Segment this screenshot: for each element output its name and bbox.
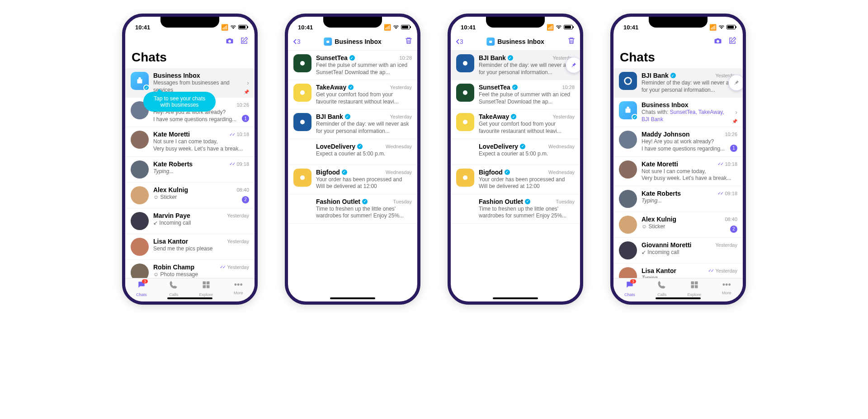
battery-icon [564, 25, 573, 29]
read-checkmarks-icon: ✓✓ [708, 268, 713, 273]
chat-row[interactable]: Kate Moretti✓✓10:18Not sure I can come t… [613, 157, 743, 186]
tab-explore[interactable]: Explore [678, 280, 711, 297]
svg-point-17 [463, 175, 467, 180]
chat-time: Yesterday [227, 213, 249, 218]
chat-time: 10:18 [725, 161, 737, 167]
chat-time: 10:28 [562, 85, 575, 90]
chat-row[interactable]: Giovanni MorettiYesterday↙ Incoming call [613, 238, 743, 264]
chat-row[interactable]: 2Alex Kulnig08:40☺ Sticker [125, 183, 255, 208]
chat-row[interactable]: Kate Moretti✓✓10:18Not sure I can come t… [125, 127, 255, 156]
business-list[interactable]: SunsetTea✓10:28Feel the pulse of summer … [288, 51, 417, 301]
wifi-icon [718, 24, 725, 31]
business-row[interactable]: Bigfood✓WednesdayYour order has been pro… [451, 165, 580, 194]
notch [649, 17, 708, 28]
tab-chats[interactable]: 3 Chats [125, 280, 158, 297]
chat-preview: Hey! Are you at work already? I have som… [642, 138, 737, 152]
read-checkmarks-icon: ✓✓ [220, 264, 225, 269]
business-row[interactable]: BJI Bank✓YesterdayReminder of the day: w… [451, 51, 580, 80]
svg-point-8 [300, 120, 305, 124]
business-row[interactable]: BJI Bank✓YesterdayReminder of the day: w… [288, 109, 417, 139]
unread-badge: 2 [242, 196, 249, 203]
pin-button[interactable] [566, 57, 580, 73]
business-row[interactable]: Bigfood✓WednesdayYour order has been pro… [288, 165, 417, 194]
chat-list[interactable]: ✓ Business Inbox Messages from businesse… [125, 68, 255, 278]
pin-button[interactable] [728, 75, 743, 91]
tab-more[interactable]: ••• More [711, 280, 743, 297]
user-avatar [619, 190, 637, 208]
chat-name: LoveDelivery✓ [316, 143, 363, 150]
chat-time: 10:26 [236, 102, 249, 108]
home-indicator[interactable] [167, 297, 212, 299]
svg-point-19 [625, 78, 632, 85]
business-row[interactable]: Fashion Outlet✓TuesdayTime to freshen up… [288, 194, 417, 224]
verified-icon: ✓ [362, 199, 368, 204]
wifi-icon [230, 24, 236, 31]
chat-time: Tuesday [393, 199, 412, 204]
chat-preview: Get your comfort food from your favourit… [316, 91, 412, 105]
business-row[interactable]: LoveDelivery✓WednesdayExpect a courier a… [451, 139, 580, 165]
grid-icon [690, 280, 699, 292]
home-indicator[interactable] [656, 297, 701, 299]
business-row[interactable]: LoveDelivery✓WednesdayExpect a courier a… [288, 139, 417, 165]
verified-icon: ✓ [511, 114, 516, 119]
more-icon: ••• [234, 280, 243, 290]
tab-label: More [234, 291, 243, 295]
business-list[interactable]: BJI Bank✓YesterdayReminder of the day: w… [451, 51, 580, 301]
pin-icon: 📌 [732, 119, 737, 124]
back-button[interactable]: 3 [455, 38, 463, 45]
back-button[interactable]: 3 [292, 38, 301, 45]
chat-list[interactable]: BJI Bank ✓ Yesterday Reminder of the day… [613, 68, 743, 278]
onboarding-tooltip[interactable]: Tap to see your chats with businesses [143, 92, 216, 112]
compose-icon[interactable] [240, 37, 248, 47]
business-row[interactable]: SunsetTea✓10:28Feel the pulse of summer … [288, 51, 417, 80]
svg-rect-3 [203, 285, 206, 288]
chat-row[interactable]: Robin Champ✓✓Yesterday☺ Photo message [125, 260, 255, 278]
chat-preview: Reminder of the day: we will never ask f… [479, 62, 575, 76]
delete-button[interactable] [567, 37, 576, 47]
tab-calls[interactable]: Calls [158, 280, 190, 297]
business-row[interactable]: TakeAway✓YesterdayGet your comfort food … [288, 80, 417, 109]
chat-row[interactable]: Lisa KantorYesterdaySend me the pics ple… [125, 234, 255, 260]
verified-icon: ✓ [505, 169, 510, 175]
phone-icon [169, 280, 178, 292]
chat-row[interactable]: 1Maddy Johnson10:26Hey! Are you at work … [613, 127, 743, 156]
chat-preview: Not sure I can come today, Very busy wee… [153, 138, 249, 152]
user-avatar [131, 160, 149, 179]
chat-name: Lisa Kantor [153, 238, 188, 245]
chat-row[interactable]: Kate Roberts✓✓09:18Typing... [613, 186, 743, 212]
delete-button[interactable] [405, 37, 413, 47]
business-row[interactable]: TakeAway✓YesterdayGet your comfort food … [451, 109, 580, 139]
chat-name: BJI Bank✓ [479, 54, 513, 61]
business-row[interactable]: Fashion Outlet✓TuesdayTime to freshen up… [451, 194, 580, 224]
tab-explore[interactable]: Explore [190, 280, 222, 297]
chat-name: Bigfood✓ [479, 169, 510, 176]
business-avatar [293, 169, 311, 187]
user-avatar [131, 186, 149, 204]
home-indicator[interactable] [493, 297, 538, 299]
verified-icon: ✓ [348, 85, 354, 90]
user-avatar [619, 267, 637, 278]
camera-icon[interactable] [226, 37, 234, 47]
chat-row[interactable]: Lisa Kantor✓✓YesterdayTyping... [613, 264, 743, 278]
pinned-chat-row[interactable]: BJI Bank ✓ Yesterday Reminder of the day… [613, 68, 743, 98]
chat-name: Fashion Outlet✓ [316, 198, 368, 205]
camera-icon[interactable] [714, 37, 722, 47]
home-indicator[interactable] [330, 297, 375, 299]
user-avatar [619, 160, 637, 179]
chat-time: Wednesday [548, 169, 575, 175]
tab-calls[interactable]: Calls [646, 280, 679, 297]
svg-point-9 [300, 150, 305, 154]
tab-more[interactable]: ••• More [222, 280, 255, 297]
chat-row[interactable]: Marvin PayeYesterday↙ Incoming call [125, 208, 255, 234]
compose-icon[interactable] [728, 37, 736, 47]
svg-rect-20 [626, 109, 631, 113]
chat-row[interactable]: Kate Roberts✓✓09:18Typing... [125, 157, 255, 183]
tab-chats[interactable]: 3 Chats [613, 280, 646, 297]
business-row[interactable]: SunsetTea✓10:28Feel the pulse of summer … [451, 80, 580, 109]
business-avatar [456, 113, 474, 131]
signal-icon: 📶 [221, 24, 228, 31]
chat-row[interactable]: 2Alex Kulnig08:40☺ Sticker [613, 212, 743, 238]
chat-preview: ↙ Incoming call [642, 249, 737, 256]
business-inbox-row[interactable]: ✓ Business Inbox Chats with: SunsetTea, … [613, 98, 743, 127]
notch [486, 17, 545, 28]
